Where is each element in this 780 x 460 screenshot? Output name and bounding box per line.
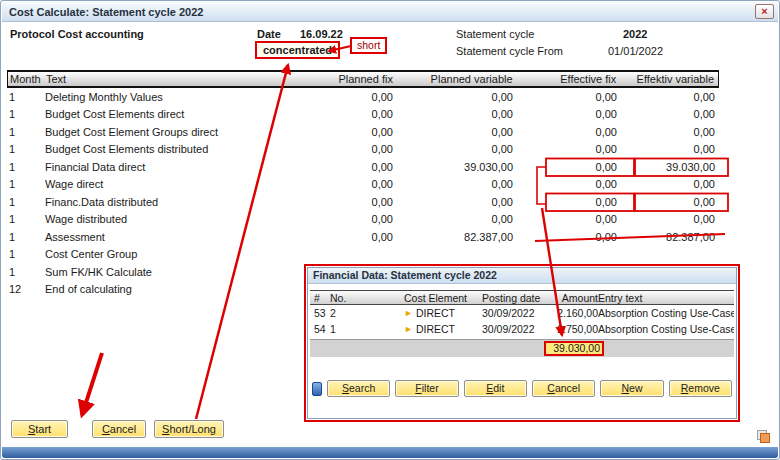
cell-planned-variable: 39.030,00: [397, 161, 517, 173]
table-row: 1 Wage distributed 0,00 0,00 0,00 0,00: [7, 211, 719, 229]
cell-text: Budget Cost Element Groups direct: [43, 126, 301, 138]
cell-cost-element: ► DIRECT: [404, 307, 482, 319]
cell-effektiv-variable: 0,00: [623, 108, 719, 120]
col-month: Month: [8, 73, 44, 85]
cell-effective-fix: 0,00: [517, 231, 623, 243]
remove-button[interactable]: Remove: [669, 380, 732, 397]
cost-element-value: DIRECT: [416, 307, 455, 319]
financial-data-row[interactable]: 54 1 ► DIRECT 30/09/2022 2.750,00 Absorp…: [310, 321, 734, 337]
col-amount: Amount: [552, 292, 598, 304]
cell-planned-variable: 0,00: [397, 91, 517, 103]
cell-month: 1: [7, 196, 43, 208]
cancel-button[interactable]: Cancel: [92, 420, 146, 438]
cell-planned-variable: 0,00: [397, 126, 517, 138]
col-no: No.: [330, 292, 404, 304]
cell-no: 2: [330, 307, 404, 319]
cycle-from-label: Statement cycle From: [456, 45, 563, 57]
cell-planned-fix: 0,00: [301, 178, 397, 190]
cell-text: Assessment: [43, 231, 301, 243]
cell-effective-fix: 0,00: [517, 213, 623, 225]
cell-entry-text: Absorption Costing Use-Case: [598, 323, 734, 335]
financial-data-title: Financial Data: Statement cycle 2022: [308, 268, 736, 284]
cell-planned-fix: 0,00: [301, 108, 397, 120]
cell-text: Cost Center Group: [43, 248, 301, 260]
cell-planned-variable: 0,00: [397, 178, 517, 190]
sum-value: 39.030,00: [544, 341, 604, 356]
close-icon[interactable]: ×: [755, 4, 774, 19]
cell-effektiv-variable: 0,00: [623, 91, 719, 103]
table-row-assessment: 1 Assessment 0,00 82.387,00 0,00 82.387,…: [7, 228, 719, 246]
search-button[interactable]: Search: [327, 380, 390, 397]
cell-planned-variable: 0,00: [397, 196, 517, 208]
cell-effective-fix: 0,00: [517, 108, 623, 120]
cell-text: Budget Cost Elements direct: [43, 108, 301, 120]
col-effektiv-variable: Effektiv variable: [622, 73, 718, 85]
cell-planned-variable: 0,00: [397, 213, 517, 225]
cell-effektiv-variable: 0,00: [623, 143, 719, 155]
col-text: Text: [44, 73, 301, 85]
window-title: Cost Calculate: Statement cycle 2022: [9, 6, 755, 18]
cell-month: 1: [7, 248, 43, 260]
cell-id: 54: [310, 323, 330, 335]
cell-effective-fix: 0,00: [517, 143, 623, 155]
new-button[interactable]: New: [600, 380, 663, 397]
cell-no: 1: [330, 323, 404, 335]
app-icon: [312, 382, 322, 396]
cell-posting-date: 30/09/2022: [482, 323, 552, 335]
cell-entry-text: Absorption Costing Use-Case: [598, 307, 734, 319]
cell-amount: 2.160,00: [552, 307, 598, 319]
mode-value: concentrated: [255, 41, 340, 59]
cell-text: Financ.Data distributed: [43, 196, 301, 208]
cell-text: Wage distributed: [43, 213, 301, 225]
table-row: 1 Budget Cost Elements distributed 0,00 …: [7, 141, 719, 159]
cell-month: 1: [7, 266, 43, 278]
financial-data-window: Financial Data: Statement cycle 2022 # N…: [307, 267, 737, 419]
financial-data-header: # No. Cost Element Posting date Amount E…: [310, 290, 734, 305]
cell-planned-variable: 0,00: [397, 143, 517, 155]
cell-effektiv-variable: 0,00: [623, 178, 719, 190]
cell-month: 1: [7, 178, 43, 190]
cell-planned-fix: 0,00: [301, 161, 397, 173]
table-row: 1 Cost Center Group: [7, 246, 719, 264]
cell-effektiv-variable: 0,00: [623, 196, 719, 208]
col-cost-element: Cost Element: [404, 292, 482, 304]
filter-button[interactable]: Filter: [395, 380, 458, 397]
resize-grip-icon[interactable]: [757, 430, 770, 443]
cell-text: Deleting Monthly Values: [43, 91, 301, 103]
short-long-button[interactable]: Short/Long: [154, 420, 224, 438]
cell-text: Sum FK/HK Calculate: [43, 266, 301, 278]
cancel-overlay-button[interactable]: Cancel: [532, 380, 595, 397]
protocol-title: Protocol Cost accounting: [10, 28, 144, 40]
financial-data-row[interactable]: 53 2 ► DIRECT 30/09/2022 2.160,00 Absorp…: [310, 305, 734, 321]
cell-effective-fix: 0,00: [517, 196, 623, 208]
cell-posting-date: 30/09/2022: [482, 307, 552, 319]
table-row: 1 Deleting Monthly Values 0,00 0,00 0,00…: [7, 88, 719, 106]
table-row: 1 Budget Cost Element Groups direct 0,00…: [7, 123, 719, 141]
cell-month: 1: [7, 231, 43, 243]
cell-effective-fix: 0,00: [517, 178, 623, 190]
start-button[interactable]: Start: [11, 420, 68, 438]
col-effective-fix: Effective fix: [517, 73, 623, 85]
cell-planned-fix: 0,00: [301, 126, 397, 138]
col-planned-fix: Planned fix: [301, 73, 397, 85]
cell-text: Budget Cost Elements distributed: [43, 143, 301, 155]
cell-effektiv-variable: 0,00: [623, 213, 719, 225]
cell-text: Wage direct: [43, 178, 301, 190]
cell-month: 12: [7, 283, 43, 295]
cell-effective-fix: 0,00: [517, 161, 623, 173]
cost-element-value: DIRECT: [416, 323, 455, 335]
cell-id: 53: [310, 307, 330, 319]
edit-button[interactable]: Edit: [464, 380, 527, 397]
cell-planned-fix: 0,00: [301, 143, 397, 155]
sum-row: 39.030,00: [310, 339, 734, 357]
cell-month: 1: [7, 143, 43, 155]
arrow-to-start-button: [82, 353, 102, 415]
direct-arrow-icon: ►: [404, 324, 413, 334]
table-row-financ-data-distributed: 1 Financ.Data distributed 0,00 0,00 0,00…: [7, 193, 719, 211]
cell-planned-fix: 0,00: [301, 213, 397, 225]
financial-data-buttons: Search Filter Edit Cancel New Remove: [312, 380, 732, 397]
date-value: 16.09.22: [300, 28, 343, 40]
cell-planned-variable: 0,00: [397, 108, 517, 120]
cell-planned-fix: 0,00: [301, 231, 397, 243]
cell-effektiv-variable: 82.387,00: [623, 231, 719, 243]
